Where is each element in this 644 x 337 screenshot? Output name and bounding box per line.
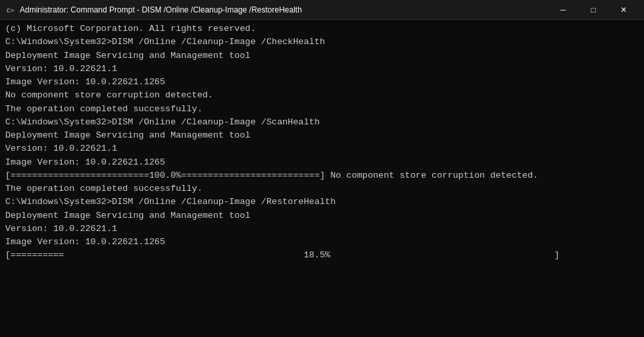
title-bar: C> Administrator: Command Prompt - DISM … [0,0,644,20]
minimize-button[interactable]: ─ [548,0,578,20]
cmd-icon: C> [5,5,16,15]
terminal-line: Version: 10.0.22621.1 [5,142,639,155]
terminal-line: Deployment Image Servicing and Managemen… [5,129,639,142]
terminal-line: Image Version: 10.0.22621.1265 [5,76,639,89]
terminal-line: Version: 10.0.22621.1 [5,63,639,76]
terminal-line: (c) Microsoft Corporation. All rights re… [5,22,639,36]
terminal-line: [==========================100.0%=======… [5,169,639,182]
close-button[interactable]: ✕ [608,0,639,20]
maximize-button[interactable]: □ [578,0,608,20]
svg-text:C>: C> [7,7,14,14]
terminal-line: C:\Windows\System32>DISM /Online /Cleanu… [5,195,639,209]
title-bar-left: C> Administrator: Command Prompt - DISM … [5,5,302,15]
terminal-line: The operation completed successfully. [5,182,639,195]
terminal-body: (c) Microsoft Corporation. All rights re… [0,20,644,337]
terminal-line: Image Version: 10.0.22621.1265 [5,156,639,169]
terminal-line: [========== 18.5% ] [5,249,639,262]
terminal-line: Deployment Image Servicing and Managemen… [5,49,639,63]
terminal-line: No component store corruption detected. [5,89,639,102]
terminal-line: The operation completed successfully. [5,103,639,116]
terminal-line: Version: 10.0.22621.1 [5,222,639,236]
terminal-line: Image Version: 10.0.22621.1265 [5,236,639,249]
terminal-line: Deployment Image Servicing and Managemen… [5,209,639,222]
title-bar-title: Administrator: Command Prompt - DISM /On… [20,5,302,14]
terminal-line: C:\Windows\System32>DISM /Online /Cleanu… [5,116,639,129]
title-bar-controls: ─ □ ✕ [548,0,639,20]
terminal-line: C:\Windows\System32>DISM /Online /Cleanu… [5,36,639,49]
